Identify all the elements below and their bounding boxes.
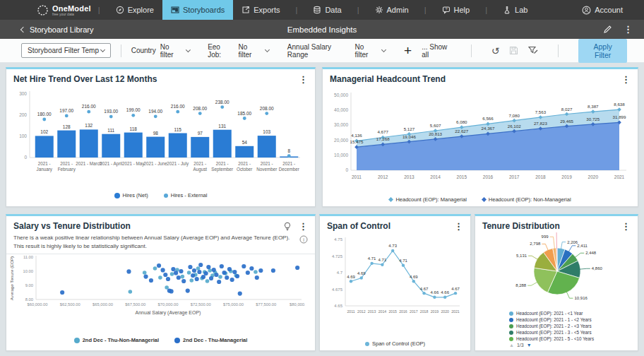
legend-item[interactable]: Headcount (EOP): 2021 - 3 - <5 Years [509, 329, 638, 336]
svg-text:2021: 2021 [614, 174, 625, 179]
data-icon [313, 6, 321, 14]
save-icon [509, 46, 518, 55]
explore-icon [116, 6, 124, 14]
svg-text:2021 - April: 2021 - April [100, 161, 122, 167]
storyboard-filter-template-select[interactable]: Storyboard Filter Temp [21, 43, 111, 58]
svg-text:197.00: 197.00 [59, 108, 73, 113]
svg-text:2,448: 2,448 [585, 251, 597, 255]
nav-item-help[interactable]: ? Help [434, 0, 479, 20]
account-label: Account [595, 6, 623, 14]
filter-country[interactable]: Country No filter [131, 43, 189, 59]
page-title: Embedded Insights [0, 25, 644, 34]
legend-item[interactable]: Headcount (EOP): 2021 - <1 Year [509, 310, 638, 316]
nav-item-storyboards[interactable]: Storyboards [162, 0, 233, 20]
insight-line-1: There is a weak positive linear relation… [13, 234, 308, 242]
svg-text:2,411: 2,411 [577, 244, 588, 248]
svg-text:4.69: 4.69 [410, 275, 418, 279]
svg-text:Annual Salary (Average EOP): Annual Salary (Average EOP) [136, 310, 201, 316]
svg-text:February: February [58, 167, 76, 172]
chevron-down-icon [381, 47, 386, 52]
edit-filter-button[interactable] [528, 46, 538, 55]
chart-kebab-menu[interactable]: ⋮ [454, 222, 463, 231]
svg-text:8.00: 8.00 [25, 297, 33, 302]
filter-label: Annual Salary Range [287, 43, 351, 59]
chart-kebab-menu[interactable]: ⋮ [299, 222, 308, 231]
pager-down-icon[interactable]: ▼ [527, 343, 532, 348]
svg-text:300: 300 [19, 91, 27, 96]
bar-series[interactable]: 102128132111118981159713154103 [35, 123, 299, 158]
svg-text:10,000: 10,000 [334, 153, 348, 158]
brand-logo[interactable]: OneModel free your data [37, 4, 91, 16]
legend-item[interactable]: 2nd Dec - Thu-Non-Managerial [74, 337, 159, 343]
svg-text:2021 - July: 2021 - July [167, 161, 189, 167]
template-select-value: Storyboard Filter Temp [28, 47, 99, 54]
filter-bar: Storyboard Filter Temp Country No filter… [0, 39, 644, 63]
svg-text:2021 - March: 2021 - March [76, 161, 102, 166]
svg-text:Average Tenure (EOP): Average Tenure (EOP) [9, 256, 14, 300]
nav-separator: | [296, 6, 298, 14]
account-menu[interactable]: Account [573, 0, 631, 20]
svg-text:December: December [279, 167, 299, 172]
nav-item-lab[interactable]: Lab [494, 0, 536, 20]
svg-text:6,080: 6,080 [456, 119, 467, 124]
legend-item[interactable]: Headcount (EOP): Managerial [389, 196, 466, 203]
svg-text:2011: 2011 [347, 309, 354, 314]
svg-text:31,899: 31,899 [613, 114, 626, 119]
svg-text:October: October [237, 167, 252, 172]
filter-value: No filter [238, 43, 261, 59]
account-icon [582, 6, 591, 15]
pager-up-icon[interactable]: ▲ [509, 343, 514, 348]
svg-text:0: 0 [24, 155, 27, 160]
edit-button[interactable] [603, 25, 612, 34]
legend-item[interactable]: Span of Control (EOP) [365, 340, 425, 347]
nav-item-admin[interactable]: Admin [366, 0, 417, 20]
svg-text:238.00: 238.00 [215, 100, 229, 105]
filter-annual-salary-range[interactable]: Annual Salary Range No filter [287, 43, 386, 59]
svg-text:$65,000.00: $65,000.00 [93, 302, 113, 307]
storyboard-header: Storyboard Library Embedded Insights ⋮ [0, 20, 644, 39]
svg-text:210: 210 [544, 232, 552, 233]
legend-item[interactable]: Hires (Net) [114, 192, 148, 198]
svg-text:5,127: 5,127 [404, 126, 415, 131]
legend-item[interactable]: Headcount (EOP): 2021 - 5 - <10 Years [509, 336, 638, 342]
info-icon[interactable]: i [299, 235, 308, 247]
apply-filter-button[interactable]: Apply Filter [578, 39, 627, 63]
svg-text:2021 -: 2021 - [261, 161, 273, 166]
chart-kebab-menu[interactable]: ⋮ [621, 222, 631, 231]
svg-text:4.66: 4.66 [441, 290, 449, 295]
nav-item-data[interactable]: Data [304, 0, 350, 20]
svg-text:29,465: 29,465 [560, 119, 573, 124]
help-icon: ? [442, 6, 451, 14]
legend-item[interactable]: Headcount (EOP): 2021 - 2 - <3 Years [509, 323, 638, 329]
header-kebab-menu[interactable]: ⋮ [624, 25, 633, 34]
scatter-series-managerial[interactable] [60, 263, 299, 296]
chart-title: Managerial Headcount Trend [330, 74, 446, 84]
svg-text:15,475: 15,475 [350, 139, 364, 144]
chart-kebab-menu[interactable]: ⋮ [621, 75, 631, 84]
nav-item-explore[interactable]: Explore [107, 0, 162, 20]
legend-item[interactable]: Headcount (EOP): Non-Managerial [482, 196, 571, 203]
nav-item-label: Storyboards [183, 6, 225, 14]
svg-text:2020: 2020 [441, 309, 449, 314]
filter-eeo-job[interactable]: Eeo Job: No filter [208, 43, 269, 59]
insight-bulb-button[interactable] [283, 222, 292, 231]
save-filter-button[interactable] [509, 46, 518, 55]
chevron-down-icon [185, 47, 190, 52]
legend-item[interactable]: Headcount (EOP): 2021 - 1 - <2 Years [509, 316, 638, 323]
svg-text:118: 118 [130, 126, 138, 131]
svg-text:2018: 2018 [535, 174, 546, 179]
svg-text:2012: 2012 [357, 309, 366, 314]
undo-button[interactable]: ↺ [491, 45, 500, 57]
show-all-link[interactable]: ... Show all [422, 43, 451, 59]
legend-item[interactable]: 2nd Dec - Thu-Managerial [174, 337, 247, 343]
add-filter-button[interactable]: + [404, 44, 412, 57]
svg-text:208.00: 208.00 [260, 106, 274, 111]
span-line[interactable] [351, 251, 455, 297]
top-nav: OneModel free your data | Explore Storyb… [0, 0, 644, 20]
svg-text:4.71: 4.71 [399, 259, 407, 263]
legend-item[interactable]: Hires - External [164, 192, 208, 198]
chart-kebab-menu[interactable]: ⋮ [299, 75, 308, 84]
nav-item-exports[interactable]: Exports [233, 0, 288, 20]
svg-text:2021 -: 2021 - [238, 161, 251, 166]
svg-text:11.00: 11.00 [23, 255, 33, 259]
